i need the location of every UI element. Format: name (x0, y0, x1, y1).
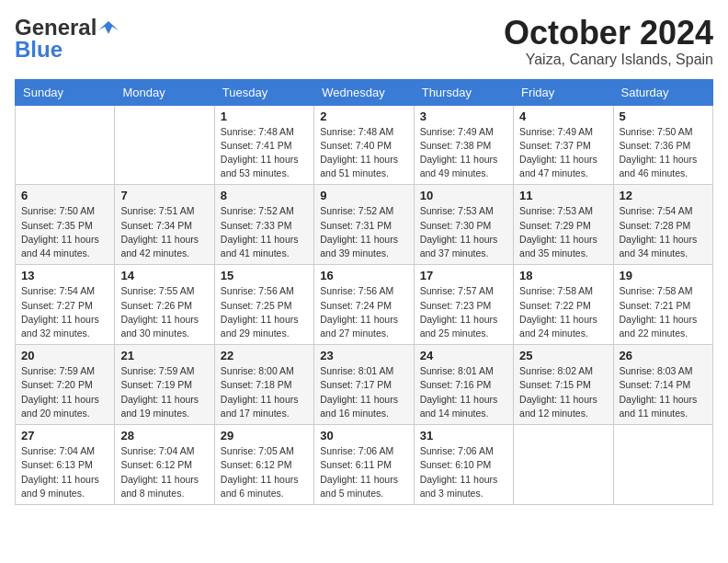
sunset-text: Sunset: 7:41 PM (221, 140, 292, 151)
calendar-week-row: 1Sunrise: 7:48 AMSunset: 7:41 PMDaylight… (16, 105, 713, 185)
sunrise-text: Sunrise: 7:54 AM (21, 285, 95, 296)
daylight-text: Daylight: 11 hours and 44 minutes. (21, 234, 99, 259)
calendar-table: Sunday Monday Tuesday Wednesday Thursday… (15, 79, 713, 505)
daylight-text: Daylight: 11 hours and 19 minutes. (120, 394, 199, 419)
sunset-text: Sunset: 6:12 PM (120, 459, 192, 470)
sunset-text: Sunset: 7:21 PM (620, 300, 691, 311)
sunrise-text: Sunrise: 7:49 AM (420, 126, 494, 137)
sunset-text: Sunset: 7:18 PM (221, 379, 292, 390)
table-row: 30Sunrise: 7:06 AMSunset: 6:11 PMDayligh… (314, 425, 414, 505)
day-number: 20 (21, 349, 108, 362)
day-number: 4 (519, 109, 607, 123)
day-number: 6 (21, 189, 108, 202)
sunset-text: Sunset: 7:31 PM (320, 220, 392, 231)
day-number: 2 (320, 109, 407, 123)
sunset-text: Sunset: 7:25 PM (221, 300, 292, 311)
table-row: 11Sunrise: 7:53 AMSunset: 7:29 PMDayligh… (514, 185, 613, 265)
day-detail: Sunrise: 7:06 AMSunset: 6:11 PMDaylight:… (320, 444, 407, 500)
sunset-text: Sunset: 7:34 PM (120, 220, 192, 231)
sunrise-text: Sunrise: 7:56 AM (221, 285, 294, 296)
table-row: 7Sunrise: 7:51 AMSunset: 7:34 PMDaylight… (115, 185, 214, 265)
table-row: 23Sunrise: 8:01 AMSunset: 7:17 PMDayligh… (314, 345, 414, 425)
day-detail: Sunrise: 7:54 AMSunset: 7:28 PMDaylight:… (620, 204, 707, 260)
day-number: 22 (221, 349, 308, 362)
table-row: 2Sunrise: 7:48 AMSunset: 7:40 PMDaylight… (314, 105, 414, 185)
calendar-week-row: 6Sunrise: 7:50 AMSunset: 7:35 PMDaylight… (16, 185, 713, 265)
day-number: 27 (21, 429, 108, 442)
logo: General Blue (15, 15, 119, 63)
day-detail: Sunrise: 7:51 AMSunset: 7:34 PMDaylight:… (120, 204, 208, 260)
daylight-text: Daylight: 11 hours and 24 minutes. (519, 314, 597, 339)
table-row: 13Sunrise: 7:54 AMSunset: 7:27 PMDayligh… (16, 265, 115, 345)
daylight-text: Daylight: 11 hours and 49 minutes. (420, 154, 498, 178)
day-detail: Sunrise: 7:04 AMSunset: 6:13 PMDaylight:… (21, 444, 108, 500)
day-detail: Sunrise: 7:48 AMSunset: 7:40 PMDaylight:… (320, 125, 407, 181)
sunrise-text: Sunrise: 7:48 AM (320, 126, 393, 137)
daylight-text: Daylight: 11 hours and 25 minutes. (420, 314, 498, 339)
table-row: 6Sunrise: 7:50 AMSunset: 7:35 PMDaylight… (16, 185, 115, 265)
sunset-text: Sunset: 6:12 PM (221, 459, 292, 470)
day-detail: Sunrise: 8:02 AMSunset: 7:15 PMDaylight:… (519, 364, 607, 420)
table-row: 12Sunrise: 7:54 AMSunset: 7:28 PMDayligh… (613, 185, 712, 265)
sunset-text: Sunset: 6:10 PM (420, 459, 492, 470)
day-number: 8 (221, 189, 308, 202)
table-row: 27Sunrise: 7:04 AMSunset: 6:13 PMDayligh… (16, 425, 115, 505)
sunset-text: Sunset: 7:33 PM (221, 220, 292, 231)
daylight-text: Daylight: 11 hours and 9 minutes. (21, 474, 99, 499)
day-number: 10 (420, 189, 507, 202)
sunrise-text: Sunrise: 8:01 AM (320, 365, 393, 376)
daylight-text: Daylight: 11 hours and 17 minutes. (221, 394, 299, 419)
day-number: 29 (221, 429, 308, 442)
day-number: 12 (620, 189, 707, 202)
day-detail: Sunrise: 7:59 AMSunset: 7:19 PMDaylight:… (120, 364, 208, 420)
calendar-week-row: 13Sunrise: 7:54 AMSunset: 7:27 PMDayligh… (16, 265, 713, 345)
sunrise-text: Sunrise: 7:50 AM (21, 205, 95, 216)
daylight-text: Daylight: 11 hours and 30 minutes. (120, 314, 199, 339)
day-detail: Sunrise: 8:01 AMSunset: 7:16 PMDaylight:… (420, 364, 507, 420)
table-row: 5Sunrise: 7:50 AMSunset: 7:36 PMDaylight… (613, 105, 712, 185)
daylight-text: Daylight: 11 hours and 6 minutes. (221, 474, 299, 499)
page-header: General Blue October 2024 Yaiza, Canary … (15, 15, 713, 68)
day-number: 18 (519, 269, 607, 282)
sunrise-text: Sunrise: 7:55 AM (120, 285, 194, 296)
day-detail: Sunrise: 7:48 AMSunset: 7:41 PMDaylight:… (221, 125, 308, 181)
day-detail: Sunrise: 8:01 AMSunset: 7:17 PMDaylight:… (320, 364, 407, 420)
daylight-text: Daylight: 11 hours and 34 minutes. (620, 234, 698, 259)
col-sunday: Sunday (16, 79, 115, 105)
sunrise-text: Sunrise: 7:51 AM (120, 205, 194, 216)
sunrise-text: Sunrise: 7:06 AM (320, 445, 393, 456)
sunset-text: Sunset: 6:13 PM (21, 459, 93, 470)
table-row: 10Sunrise: 7:53 AMSunset: 7:30 PMDayligh… (414, 185, 513, 265)
day-detail: Sunrise: 7:52 AMSunset: 7:33 PMDaylight:… (221, 204, 308, 260)
daylight-text: Daylight: 11 hours and 35 minutes. (519, 234, 597, 259)
sunset-text: Sunset: 7:23 PM (420, 300, 492, 311)
table-row: 3Sunrise: 7:49 AMSunset: 7:38 PMDaylight… (414, 105, 513, 185)
table-row: 8Sunrise: 7:52 AMSunset: 7:33 PMDaylight… (214, 185, 313, 265)
sunrise-text: Sunrise: 8:01 AM (420, 365, 494, 376)
sunset-text: Sunset: 7:28 PM (620, 220, 691, 231)
day-detail: Sunrise: 7:58 AMSunset: 7:21 PMDaylight:… (620, 284, 707, 340)
day-number: 21 (120, 349, 208, 362)
calendar-header-row: Sunday Monday Tuesday Wednesday Thursday… (16, 79, 713, 105)
day-detail: Sunrise: 7:06 AMSunset: 6:10 PMDaylight:… (420, 444, 507, 500)
day-detail: Sunrise: 7:52 AMSunset: 7:31 PMDaylight:… (320, 204, 407, 260)
col-monday: Monday (115, 79, 214, 105)
table-row: 26Sunrise: 8:03 AMSunset: 7:14 PMDayligh… (613, 345, 712, 425)
sunset-text: Sunset: 6:11 PM (320, 459, 392, 470)
daylight-text: Daylight: 11 hours and 27 minutes. (320, 314, 398, 339)
day-number: 1 (221, 109, 308, 123)
daylight-text: Daylight: 11 hours and 16 minutes. (320, 394, 398, 419)
day-detail: Sunrise: 8:03 AMSunset: 7:14 PMDaylight:… (620, 364, 707, 420)
col-friday: Friday (514, 79, 613, 105)
table-row: 20Sunrise: 7:59 AMSunset: 7:20 PMDayligh… (16, 345, 115, 425)
sunrise-text: Sunrise: 7:57 AM (420, 285, 494, 296)
sunset-text: Sunset: 7:38 PM (420, 140, 492, 151)
day-number: 5 (620, 109, 707, 123)
day-number: 7 (120, 189, 208, 202)
table-row: 31Sunrise: 7:06 AMSunset: 6:10 PMDayligh… (414, 425, 513, 505)
day-number: 25 (519, 349, 607, 362)
day-number: 30 (320, 429, 407, 442)
daylight-text: Daylight: 11 hours and 47 minutes. (519, 154, 597, 178)
day-number: 26 (620, 349, 707, 362)
month-title: October 2024 (504, 15, 713, 52)
